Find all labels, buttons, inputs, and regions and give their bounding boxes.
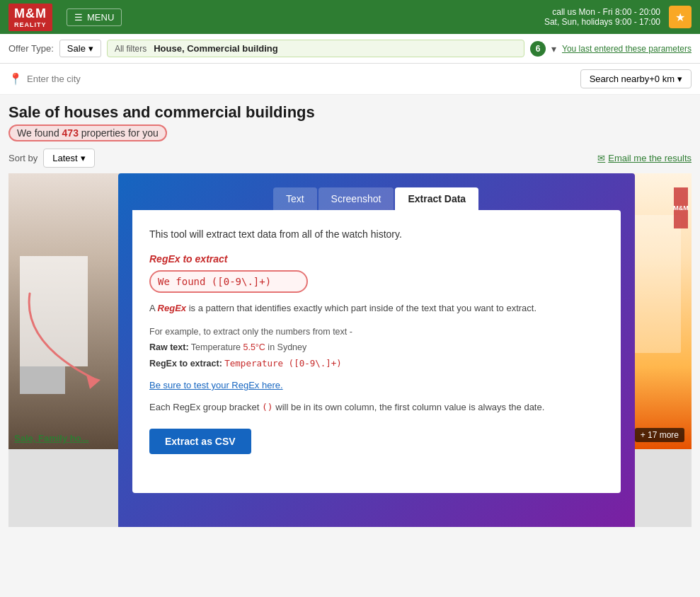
chevron-down-icon: ▾ <box>88 43 93 54</box>
regex-label-text: RegEx to extract <box>149 253 227 265</box>
listings-area: Sale, Family ho... M&M + 17 more Text Sc… <box>8 173 692 527</box>
regex-note: A RegEx is a pattern that identifies exa… <box>149 301 604 315</box>
filter-count-badge: 6 <box>530 41 546 57</box>
star-icon: ★ <box>675 11 685 24</box>
contact-line1: call us Mon - Fri 8:00 - 20:00 <box>544 7 660 17</box>
filter-bar: Offer Type: Sale ▾ All filters House, Co… <box>0 34 700 64</box>
favorite-button[interactable]: ★ <box>669 6 692 28</box>
header-right: call us Mon - Fri 8:00 - 20:00 Sat, Sun,… <box>544 6 692 28</box>
results-highlight: We found 473 properties for you <box>8 124 167 141</box>
email-icon: ✉ <box>597 153 605 163</box>
sort-by-label: Sort by <box>8 153 38 163</box>
city-input-area: 📍 Enter the city <box>8 72 81 86</box>
logo-text: M&M <box>14 6 47 21</box>
results-count: 473 <box>62 127 79 139</box>
listing-image-left <box>8 173 122 449</box>
filter-count-value: 6 <box>536 44 541 54</box>
city-bar: 📍 Enter the city Search nearby+0 km ▾ <box>0 64 700 95</box>
chevron-down-icon-nearby: ▾ <box>677 74 682 84</box>
last-params-link[interactable]: You last entered these parameters <box>562 44 692 54</box>
logo-subtext: REALITY <box>14 21 47 28</box>
regex-extract-line: RegEx to extract: Temperature ([0-9\.]+) <box>149 356 604 372</box>
city-placeholder: Enter the city <box>27 74 81 84</box>
results-suffix: properties for you <box>79 127 159 139</box>
test-regex-link-text: Be sure to test your RegEx here. <box>149 380 283 390</box>
tab-extract-label: Extract Data <box>408 193 466 204</box>
raw-text-highlight: 5.5°C <box>243 342 265 352</box>
menu-button[interactable]: ☰ MENU <box>67 8 122 26</box>
search-nearby-label: Search nearby+0 km <box>590 74 675 84</box>
extract-csv-button[interactable]: Extract as CSV <box>149 429 251 454</box>
tab-screenshot[interactable]: Screenshot <box>319 187 394 210</box>
raw-text-value: Temperature 5.5°C in Sydney <box>191 342 306 352</box>
modal-tabs: Text Screenshot Extract Data <box>118 173 635 210</box>
offer-type-value: Sale <box>67 43 86 54</box>
regex-section-label: RegEx to extract <box>149 253 604 265</box>
offer-type-button[interactable]: Sale ▾ <box>59 40 101 57</box>
menu-label: MENU <box>87 12 114 23</box>
page-title: Sale of houses and commercial buildings <box>8 103 692 122</box>
filter-tags-area: All filters House, Commercial building <box>107 40 524 57</box>
sort-bar: Sort by Latest ▾ ✉ Email me the results <box>8 149 692 168</box>
example-block: For example, to extract only the numbers… <box>149 324 604 372</box>
modal-content: This tool will extract text data from al… <box>132 210 621 493</box>
regex-input[interactable] <box>151 272 306 291</box>
extract-btn-label: Extract as CSV <box>165 436 236 447</box>
tab-text-label: Text <box>286 193 304 204</box>
regex-input-row <box>149 270 604 293</box>
bracket-code: () <box>262 402 273 412</box>
location-icon: 📍 <box>8 72 23 86</box>
raw-text-label: Raw text: <box>149 342 189 352</box>
filter-tags-text: House, Commercial building <box>154 43 278 54</box>
header: M&M REALITY ☰ MENU call us Mon - Fri 8:0… <box>0 0 700 34</box>
sort-area: Sort by Latest ▾ <box>8 149 95 168</box>
logo: M&M REALITY <box>8 4 52 31</box>
tab-text[interactable]: Text <box>273 187 317 210</box>
listing-card-left: Sale, Family ho... <box>8 173 122 449</box>
bracket-note: Each RegEx group bracket () will be in i… <box>149 400 604 415</box>
more-badge: + 17 more <box>635 428 684 442</box>
page-content: Sale of houses and commercial buildings … <box>0 95 700 527</box>
tab-extract-data[interactable]: Extract Data <box>395 187 478 210</box>
results-text: We found 473 properties for you <box>8 124 692 141</box>
contact-info: call us Mon - Fri 8:00 - 20:00 Sat, Sun,… <box>544 7 660 27</box>
regex-word-highlight: RegEx <box>158 303 186 313</box>
contact-line2: Sat, Sun, holidays 9:00 - 17:00 <box>544 17 660 27</box>
chevron-down-icon-sort: ▾ <box>81 153 86 163</box>
regex-extract-label: RegEx to extract: <box>149 359 222 369</box>
results-prefix: We found <box>17 127 62 139</box>
hamburger-icon: ☰ <box>74 12 83 23</box>
sort-value: Latest <box>52 153 77 163</box>
sort-dropdown-button[interactable]: Latest ▾ <box>43 149 94 168</box>
regex-input-highlight <box>149 270 308 293</box>
sale-label[interactable]: Sale, Family ho... <box>14 433 88 444</box>
all-filters-label: All filters <box>115 44 147 54</box>
modal-overlay: Text Screenshot Extract Data This tool w… <box>118 173 635 527</box>
test-regex-link[interactable]: Be sure to test your RegEx here. <box>149 380 604 390</box>
regex-extract-value: Temperature ([0-9\.]+) <box>224 358 342 369</box>
tab-screenshot-label: Screenshot <box>331 193 381 204</box>
modal-description: This tool will extract text data from al… <box>149 227 604 242</box>
email-results-label: Email me the results <box>608 153 692 163</box>
example-intro: For example, to extract only the numbers… <box>149 324 604 340</box>
search-nearby-button[interactable]: Search nearby+0 km ▾ <box>580 69 692 88</box>
header-left: M&M REALITY ☰ MENU <box>8 4 122 31</box>
offer-type-label: Offer Type: <box>8 43 54 54</box>
filter-dropdown-button[interactable]: ▾ <box>551 43 556 54</box>
email-results-link[interactable]: ✉ Email me the results <box>597 153 692 163</box>
raw-text-line: Raw text: Temperature 5.5°C in Sydney <box>149 340 604 356</box>
